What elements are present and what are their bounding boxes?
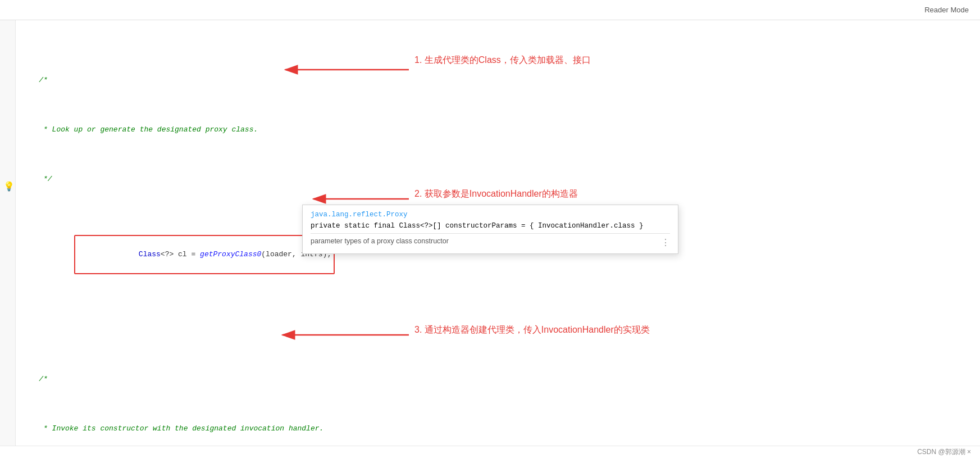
tooltip-header: java.lang.reflect.Proxy xyxy=(311,211,670,219)
code-area: /* * Look up or generate the designated … xyxy=(16,20,980,446)
footer-bar: CSDN @郭源潮 × xyxy=(0,446,980,458)
tooltip-code: private static final Class<?>[] construc… xyxy=(311,222,670,230)
main-content: 💡 /* * Look up or generate the designate… xyxy=(0,20,980,446)
code-line-6: /* xyxy=(21,373,980,386)
reader-mode-label[interactable]: Reader Mode xyxy=(924,6,969,14)
code-line-2: * Look up or generate the designated pro… xyxy=(21,124,980,136)
tooltip-more-icon[interactable]: ⋮ xyxy=(661,237,670,248)
page-container: Reader Mode 💡 /* * Look up or generate t… xyxy=(0,0,980,458)
tooltip-popup: java.lang.reflect.Proxy private static f… xyxy=(302,205,678,254)
code-line-3: */ xyxy=(21,173,980,185)
code-line-5 xyxy=(21,324,980,336)
tooltip-description: parameter types of a proxy class constru… xyxy=(311,237,670,245)
tooltip-divider xyxy=(311,233,670,234)
gutter: 💡 xyxy=(0,20,16,446)
code-line-7: * Invoke its constructor with the design… xyxy=(21,423,980,435)
highlight-box-1: Class<?> cl = getProxyClass0(loader, int… xyxy=(74,235,335,274)
code-line-1: /* xyxy=(21,74,980,87)
footer-text: CSDN @郭源潮 × xyxy=(917,447,971,457)
bulb-icon[interactable]: 💡 xyxy=(3,181,13,191)
top-bar: Reader Mode xyxy=(0,0,980,20)
